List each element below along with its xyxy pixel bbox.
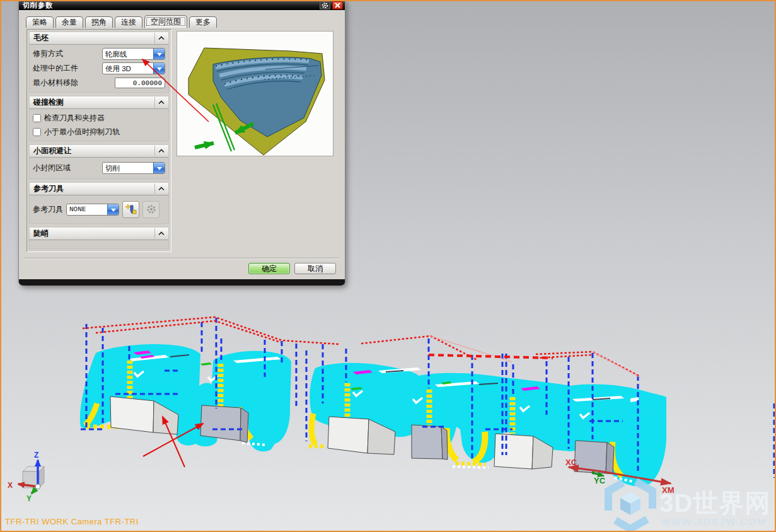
section-title: 毛坯: [33, 33, 49, 43]
cancel-button[interactable]: 取消: [294, 263, 336, 274]
field-label: 参考刀具: [33, 204, 63, 215]
trim-method-row: 修剪方式 轮廓线: [33, 47, 165, 61]
ref-tool-combo[interactable]: NONE: [66, 204, 119, 216]
preview-image: [177, 31, 333, 156]
combo-value: NONE: [67, 204, 107, 215]
cutting-parameters-dialog: 切削参数 策略 余量 拐角 连接 空间范围 更多 毛坯: [18, 0, 345, 286]
combo-value: 轮廓线: [103, 49, 153, 59]
watermark-logo-cube: [620, 492, 640, 515]
checkbox-label: 检查刀具和夹持器: [44, 113, 105, 124]
inprocess-workpiece-row: 处理中的工件 使用 3D: [33, 61, 165, 76]
watermark: 3D世界网 WWW.3DSJW.COM: [608, 478, 770, 529]
chevron-down-icon[interactable]: [153, 49, 165, 59]
min-material-input[interactable]: [115, 78, 165, 88]
checkbox-label: 小于最小值时抑制刀轨: [44, 127, 120, 137]
section-small-area: 小面积避让 小封闭区域 切削: [29, 144, 169, 179]
small-enclosed-area-combo[interactable]: 切削: [102, 162, 165, 174]
trim-method-combo[interactable]: 轮廓线: [102, 48, 165, 60]
dialog-tabs: 策略 余量 拐角 连接 空间范围 更多: [26, 16, 219, 28]
tab-strategy[interactable]: 策略: [26, 16, 54, 28]
close-icon[interactable]: [332, 1, 343, 9]
combo-value: 使用 3D: [103, 63, 153, 74]
field-label: 最小材料移除: [33, 78, 78, 88]
suppress-toolpath-row[interactable]: 小于最小值时抑制刀轨: [33, 125, 165, 139]
section-title: 碰撞检测: [33, 97, 64, 108]
chevron-up-icon[interactable]: [154, 146, 168, 156]
close-glyph: [335, 3, 340, 8]
small-enclosed-area-row: 小封闭区域 切削: [33, 159, 165, 176]
tab-connections[interactable]: 连接: [115, 16, 142, 28]
section-steep-header: 陡峭: [29, 227, 169, 240]
chevron-up-icon[interactable]: [154, 97, 168, 108]
new-tool-icon: [125, 204, 137, 216]
stock-box-4: [412, 425, 448, 460]
field-label: 修剪方式: [33, 49, 63, 59]
check-tool-holder-checkbox[interactable]: [33, 114, 41, 122]
wcs-label-yc: YC: [594, 476, 606, 485]
section-steep: 陡峭: [29, 227, 169, 249]
section-collision: 碰撞检测 检查刀具和夹持器 小于最小值时抑制刀轨: [29, 96, 169, 141]
section-small-area-header: 小面积避让: [29, 144, 169, 158]
section-title: 小面积避让: [33, 146, 71, 156]
field-label: 小封闭区域: [33, 163, 71, 173]
tab-corners[interactable]: 拐角: [85, 16, 113, 28]
chevron-up-icon[interactable]: [154, 33, 168, 43]
tool-settings-icon: [146, 204, 157, 215]
new-tool-button[interactable]: [122, 201, 139, 218]
field-label: 处理中的工件: [33, 63, 78, 74]
status-bar-text: TFR-TRI WORK Camera TFR-TRI: [5, 517, 139, 526]
tab-more[interactable]: 更多: [189, 16, 217, 28]
dialog-titlebar[interactable]: 切削参数: [19, 0, 345, 10]
chevron-down-icon[interactable]: [107, 204, 119, 215]
preview-art: [177, 32, 333, 156]
check-tool-holder-row[interactable]: 检查刀具和夹持器: [33, 111, 165, 125]
ref-tool-row: 参考刀具 NONE: [33, 197, 165, 221]
min-material-row: 最小材料移除: [33, 76, 165, 90]
section-steep-body: [29, 240, 169, 249]
triad-origin-ball: [35, 484, 40, 489]
wcs-origin: [592, 471, 595, 475]
gear-icon[interactable]: [320, 1, 330, 9]
section-collision-body: 检查刀具和夹持器 小于最小值时抑制刀轨: [29, 109, 169, 141]
inprocess-workpiece-combo[interactable]: 使用 3D: [102, 62, 165, 74]
section-blank-body: 修剪方式 轮廓线 处理中的工件 使用 3D 最小材料移除: [29, 45, 169, 93]
chevron-down-icon[interactable]: [153, 163, 165, 173]
triad-label-x: X: [8, 481, 13, 490]
gear-glyph: [321, 2, 328, 9]
watermark-url: WWW.3DSJW.COM: [661, 516, 767, 527]
dialog-buttons: 确定 取消: [248, 263, 336, 274]
section-blank-header: 毛坯: [29, 32, 169, 45]
tool-settings-button[interactable]: [142, 201, 159, 218]
section-ref-tool-header: 参考刀具: [29, 182, 169, 195]
section-ref-tool: 参考刀具 参考刀具 NONE: [29, 182, 169, 224]
combo-value: 切削: [103, 163, 153, 173]
triad-label-y: Y: [26, 494, 32, 503]
chevron-up-icon[interactable]: [154, 183, 168, 194]
watermark-title: 3D世界网: [659, 489, 770, 517]
view-triad[interactable]: Z X Y: [8, 451, 44, 503]
suppress-toolpath-checkbox[interactable]: [33, 128, 41, 136]
dialog-title: 切削参数: [23, 1, 318, 10]
parameters-panel: 毛坯 修剪方式 轮廓线 处理中的工件 使用 3D: [26, 29, 171, 252]
section-title: 参考刀具: [33, 183, 64, 194]
section-small-area-body: 小封闭区域 切削: [29, 158, 169, 179]
button-separator: [24, 258, 340, 259]
section-blank: 毛坯 修剪方式 轮廓线 处理中的工件 使用 3D: [29, 32, 169, 93]
section-collision-header: 碰撞检测: [29, 96, 169, 109]
tab-stock[interactable]: 余量: [55, 16, 83, 28]
tab-containment[interactable]: 空间范围: [144, 15, 187, 28]
ok-button[interactable]: 确定: [248, 263, 290, 274]
chevron-up-icon[interactable]: [154, 228, 168, 239]
triad-label-z: Z: [34, 451, 38, 460]
section-title: 陡峭: [33, 228, 49, 239]
chevron-down-icon[interactable]: [153, 63, 165, 74]
wcs-label-xc: XC: [565, 458, 577, 467]
section-ref-tool-body: 参考刀具 NONE: [29, 195, 169, 224]
